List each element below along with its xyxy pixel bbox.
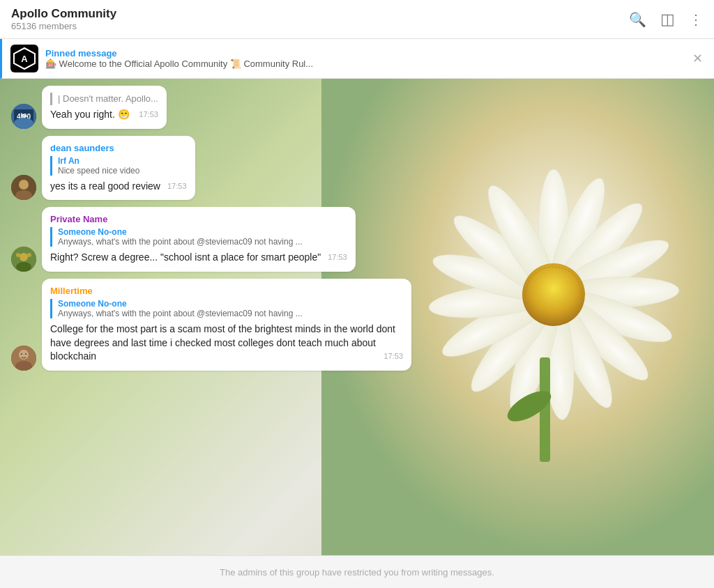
message-bubble: Private Name Someone No-one Anyways, wha… bbox=[42, 207, 356, 272]
bubble-text: | Doesn't matter. Apollo... Yeah you rig… bbox=[50, 93, 158, 122]
columns-icon[interactable]: ◫ bbox=[660, 10, 675, 29]
svg-point-33 bbox=[16, 253, 20, 257]
message-bubble: Millertime Someone No-one Anyways, what'… bbox=[42, 279, 411, 371]
bubble-text: yes its a real good review 17:53 bbox=[50, 180, 187, 194]
restricted-message: The admins of this group have restricted… bbox=[220, 567, 494, 578]
pinned-content: Pinned message 🎰 Welcome to the Official… bbox=[45, 48, 690, 69]
pinned-text: 🎰 Welcome to the Official Apollo Communi… bbox=[45, 59, 533, 69]
message-row: Millertime Someone No-one Anyways, what'… bbox=[11, 279, 703, 371]
avatar bbox=[11, 346, 36, 371]
message-row: dean saunders Irf An Nice speed nice vid… bbox=[11, 136, 703, 201]
bubble-text: Right? Screw a degree... "school isnt a … bbox=[50, 251, 347, 265]
messages-container: 4:20 | Doesn't matter. Apollo... Yeah yo… bbox=[0, 79, 714, 378]
chat-area: 4:20 | Doesn't matter. Apollo... Yeah yo… bbox=[0, 79, 714, 555]
message-row: 4:20 | Doesn't matter. Apollo... Yeah yo… bbox=[11, 86, 703, 129]
avatar bbox=[11, 175, 36, 200]
bottom-bar: The admins of this group have restricted… bbox=[0, 555, 714, 588]
member-count: 65136 members bbox=[11, 21, 629, 31]
header-icons: 🔍 ◫ ⋮ bbox=[629, 10, 703, 29]
reply-sender: Irf An bbox=[58, 156, 187, 166]
pinned-label: Pinned message bbox=[45, 48, 690, 59]
reply-sender: Someone No-one bbox=[58, 227, 347, 237]
reply-text: Anyways, what's with the point about @st… bbox=[58, 309, 403, 318]
avatar bbox=[11, 247, 36, 272]
svg-point-28 bbox=[19, 180, 29, 189]
pinned-logo: A bbox=[10, 45, 38, 72]
reply-block: Irf An Nice speed nice video bbox=[50, 156, 187, 176]
reply-block: Someone No-one Anyways, what's with the … bbox=[50, 227, 347, 247]
group-title: Apollo Community bbox=[11, 7, 629, 21]
more-icon[interactable]: ⋮ bbox=[689, 11, 703, 28]
message-time: 17:53 bbox=[167, 181, 187, 192]
message-time: 17:53 bbox=[139, 109, 158, 120]
avatar: 4:20 bbox=[11, 104, 36, 129]
reply-text: Nice speed nice video bbox=[58, 166, 187, 176]
reply-block: Someone No-one Anyways, what's with the … bbox=[50, 299, 403, 318]
sender-name: dean saunders bbox=[50, 143, 187, 153]
message-row: Private Name Someone No-one Anyways, wha… bbox=[11, 207, 703, 272]
sender-name: Private Name bbox=[50, 214, 347, 224]
header-info: Apollo Community 65136 members bbox=[11, 7, 629, 31]
search-icon[interactable]: 🔍 bbox=[629, 11, 646, 28]
svg-point-32 bbox=[16, 262, 31, 272]
message-time: 17:53 bbox=[383, 351, 403, 362]
message-bubble: | Doesn't matter. Apollo... Yeah you rig… bbox=[42, 86, 167, 129]
svg-point-31 bbox=[20, 253, 28, 261]
sender-name: Millertime bbox=[50, 286, 403, 296]
chat-header: Apollo Community 65136 members 🔍 ◫ ⋮ bbox=[0, 0, 714, 39]
reply-sender: Someone No-one bbox=[58, 299, 403, 309]
message-bubble: dean saunders Irf An Nice speed nice vid… bbox=[42, 136, 195, 201]
svg-point-39 bbox=[25, 353, 26, 355]
svg-text:A: A bbox=[21, 54, 28, 64]
svg-point-38 bbox=[21, 353, 22, 355]
svg-point-34 bbox=[27, 253, 31, 257]
message-time: 17:53 bbox=[328, 252, 347, 263]
pinned-close-button[interactable]: ✕ bbox=[690, 48, 706, 69]
reply-text: Anyways, what's with the point about @st… bbox=[58, 237, 347, 247]
pinned-message-bar[interactable]: A Pinned message 🎰 Welcome to the Offici… bbox=[0, 39, 714, 79]
bubble-text: College for the most part is a scam most… bbox=[50, 323, 403, 364]
